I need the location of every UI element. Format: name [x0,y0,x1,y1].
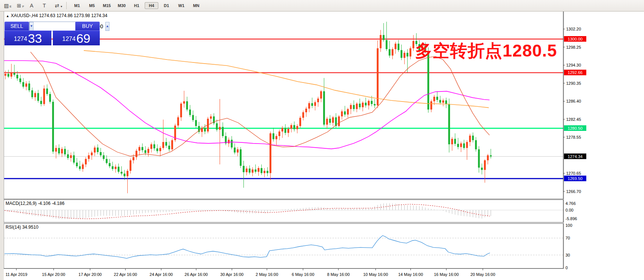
price-tick-label: 1302.20 [566,27,581,31]
sell-price-pips: 33 [28,32,42,45]
macd-axis-label: 0.00 [565,208,573,212]
candle [472,136,474,140]
candle [466,142,468,148]
candle [484,160,486,170]
candle [70,155,72,158]
buy-button[interactable]: BUY [75,22,100,32]
label-tool-icon[interactable]: T [40,2,49,9]
indicators-expert-icon[interactable]: ▨E [2,2,11,9]
candle [272,133,274,139]
price-tick-label: 1270.65 [566,171,581,176]
candle [430,101,432,109]
candle [91,152,93,155]
timeframe-h1-button[interactable]: H1 [130,2,143,9]
arrange-charts-icon[interactable]: ⇄▾ [52,2,61,9]
timeframe-d1-button[interactable]: D1 [160,2,173,9]
candle [192,115,194,120]
candle [25,84,27,87]
candle [261,168,262,173]
candle [34,93,36,97]
candle [252,170,254,173]
candle [130,160,131,171]
candle [240,149,242,166]
macd-axis-label: -5.896 [565,216,577,221]
candle [389,49,390,55]
rsi-axis-label: 70 [565,236,570,240]
sell-price-panel[interactable]: 1274 33 [4,30,51,45]
candle [61,149,63,153]
candle [55,148,57,152]
rsi-axis-label: 0 [565,265,568,270]
candle [481,168,483,170]
candle [28,84,30,90]
toolbar-separator [66,2,67,9]
timeframe-m30-button[interactable]: M30 [115,2,128,9]
candle [43,88,45,104]
candle [138,147,140,151]
candle [264,171,265,173]
timeframe-w1-button[interactable]: W1 [175,2,188,9]
candle [362,103,364,107]
candle [100,152,102,155]
buy-price-base: 1274 [62,33,76,45]
timeframe-m15-button[interactable]: M15 [100,2,114,9]
time-tick-label: 10 May 16:00 [363,272,388,277]
buy-price-panel[interactable]: 1274 69 [53,30,100,45]
sell-price-base: 1274 [14,33,27,45]
candle [407,53,408,57]
price-tick-label: 1298.25 [566,45,581,49]
time-tick-label: 26 Apr 16:00 [185,272,208,277]
candle [296,126,298,129]
fibonacci-grid-icon[interactable]: ⊞F [15,2,23,9]
candle [359,104,361,107]
candle [395,44,396,49]
sell-button[interactable]: SELL [4,22,29,32]
candle [383,35,385,40]
macd-indicator-label: MACD(12,26,9) -4.106 -4.186 [6,201,64,206]
candle [341,112,343,117]
price-badge-label: 1280.50 [568,126,583,131]
candle [305,109,307,112]
time-tick-label: 11 Apr 2019 [6,272,28,277]
candle [356,104,358,109]
price-tick-label: 1266.70 [566,189,581,194]
candle [344,112,346,115]
candle [210,116,212,119]
timeframe-mn-button[interactable]: MN [189,2,203,9]
candle [255,170,256,172]
candle [88,155,90,159]
candle [171,140,173,149]
timeframe-buttons: M1M5M15M30H1H4D1W1MN [70,2,204,9]
timeframe-m1-button[interactable]: M1 [70,2,84,9]
candle [46,88,48,94]
volume-increase-button[interactable]: ▲ [105,22,109,31]
candle [350,105,352,109]
candle [31,90,33,97]
rsi-indicator-label: RSI(14) 34.9510 [6,225,38,230]
candle [144,150,146,153]
candle [445,100,447,104]
candle [353,105,355,109]
candle [478,149,480,168]
candle [323,91,325,125]
time-tick-label: 2 May 16:00 [256,272,278,277]
candle [287,129,289,133]
candle [147,149,149,153]
candle [374,104,376,106]
collapse-triangle-icon[interactable]: ▲ [6,14,9,18]
volume-stepper: ▼ ▲ [29,22,76,31]
candle [219,127,221,129]
text-tool-icon[interactable]: A [27,2,36,9]
timeframe-h4-button[interactable]: H4 [145,2,158,9]
candle [320,91,322,99]
timeframe-m5-button[interactable]: M5 [85,2,99,9]
workspace-left-strip [0,11,4,280]
time-tick-label: 30 Apr 16:00 [220,272,243,277]
candle [398,44,399,50]
candle [258,168,259,172]
rsi-axis-label: 100 [565,223,572,228]
candle [141,147,143,150]
candle [487,155,489,161]
volume-decrease-button[interactable]: ▼ [29,22,34,31]
candle [168,146,170,149]
